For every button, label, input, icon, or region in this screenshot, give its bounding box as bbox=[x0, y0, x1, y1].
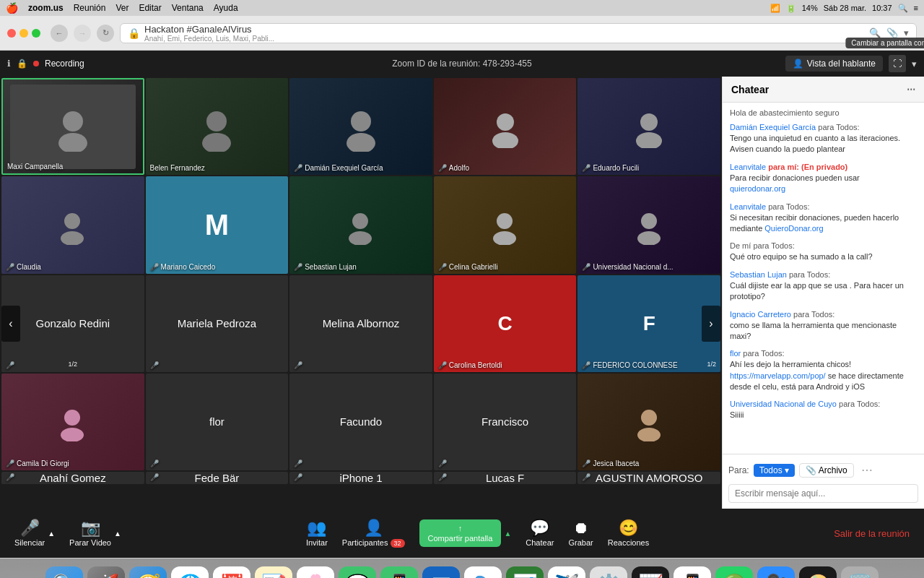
participants-button[interactable]: 👤 Participantes 32 bbox=[342, 520, 405, 547]
menu-ayuda[interactable]: Ayuda bbox=[214, 3, 238, 13]
chat-input[interactable] bbox=[728, 484, 918, 503]
chevron-down-icon[interactable]: ▾ bbox=[912, 59, 917, 69]
participant-cell-5: 🎤 Claudia bbox=[1, 176, 144, 273]
prev-page-button[interactable]: ‹ bbox=[1, 306, 20, 342]
leave-meeting-button[interactable]: Salir de la reunión bbox=[834, 528, 910, 539]
mute-icon-21: 🎤 bbox=[150, 473, 159, 481]
dock-safari[interactable]: 🧭 bbox=[129, 566, 167, 579]
quierodonar2-link[interactable]: QuieroDonar.org bbox=[764, 224, 823, 233]
search-icon[interactable]: 🔍 bbox=[898, 4, 908, 13]
menu-ver[interactable]: Ver bbox=[116, 3, 128, 13]
chat-message-2: Leanvitale para Todos: Si necesitan reci… bbox=[730, 202, 917, 235]
app-name[interactable]: zoom.us bbox=[28, 3, 64, 13]
dock-numbers[interactable]: 📊 bbox=[506, 566, 544, 579]
share-screen-button[interactable]: ↑ Compartir pantalla bbox=[419, 519, 502, 547]
dock-stocks[interactable]: 📈 bbox=[632, 566, 669, 579]
forward-button[interactable]: → bbox=[74, 25, 91, 42]
back-button[interactable]: ← bbox=[51, 25, 68, 42]
to-label: Para: bbox=[728, 465, 749, 475]
maximize-window-button[interactable] bbox=[32, 29, 40, 38]
menu-reunion[interactable]: Reunión bbox=[74, 3, 106, 13]
apple-menu[interactable]: 🍎 bbox=[6, 2, 18, 14]
control-center-icon[interactable]: ≡ bbox=[914, 4, 918, 12]
dock-iphone[interactable]: 📱 bbox=[674, 566, 711, 579]
url-bar[interactable]: 🔒 Hackaton #GanaleAlVirus Anahí, Emi, Fe… bbox=[120, 23, 917, 43]
speaker-view-button[interactable]: 👤 Vista del hablante bbox=[785, 56, 883, 72]
participant-name-23: Lucas F bbox=[486, 472, 524, 484]
mute-icon-17: 🎤 bbox=[294, 460, 302, 467]
reactions-button[interactable]: 😊 Reacciones bbox=[608, 520, 649, 547]
invite-button[interactable]: 👥 Invitar bbox=[306, 520, 328, 547]
chat-more-icon[interactable]: ⋯ bbox=[907, 85, 915, 95]
dock-zoom[interactable]: 🎥 bbox=[757, 566, 795, 579]
participant-name-20: Anahí Gomez bbox=[40, 472, 106, 484]
next-page-button[interactable]: › bbox=[702, 306, 720, 342]
mute-icon-10: 🎤 bbox=[6, 361, 14, 369]
svg-point-10 bbox=[64, 213, 80, 229]
close-window-button[interactable] bbox=[7, 29, 16, 38]
chat-options-button[interactable]: ⋯ bbox=[858, 460, 876, 480]
dock-chrome[interactable]: 🌐 bbox=[171, 566, 209, 579]
dock-launchpad[interactable]: 🚀 bbox=[87, 566, 125, 579]
more-url-icon[interactable]: ▾ bbox=[904, 27, 909, 38]
share-options-caret[interactable]: ▲ bbox=[504, 530, 511, 538]
svg-point-6 bbox=[497, 113, 514, 131]
record-button[interactable]: ⏺ Grabar bbox=[568, 520, 593, 547]
battery-percent: 14% bbox=[802, 4, 818, 12]
menu-bar: 🍎 zoom.us Reunión Ver Editar Ventana Ayu… bbox=[0, 0, 924, 16]
dock-notes[interactable]: 📝 bbox=[255, 566, 292, 579]
share-url-icon[interactable]: 📎 bbox=[886, 27, 898, 38]
stop-video-button[interactable]: 📷 Parar Video bbox=[69, 520, 111, 547]
dock-calendar[interactable]: 📅 bbox=[213, 566, 250, 579]
menu-ventana[interactable]: Ventana bbox=[172, 3, 204, 13]
participant-cell-15: 🎤 Camila Di Giorgi bbox=[1, 374, 144, 470]
participant-name-14: 🎤 FEDERICO COLONNESE bbox=[582, 361, 677, 369]
dock-dvdplayer[interactable]: 📀 bbox=[799, 566, 837, 579]
minimize-window-button[interactable] bbox=[19, 29, 28, 38]
dock-systemprefs[interactable]: ⚙️ bbox=[590, 566, 627, 579]
to-selector-button[interactable]: Todos ▾ bbox=[754, 464, 795, 477]
dock-messages[interactable]: 💬 bbox=[339, 566, 376, 579]
svg-point-0 bbox=[63, 111, 83, 131]
page-indicator-right: 1/2 bbox=[707, 361, 716, 368]
svg-point-4 bbox=[351, 111, 371, 131]
participant-name-12: Melina Albornoz bbox=[323, 317, 400, 329]
participant-cell-9: 🎤 Universidad Nacional d... bbox=[578, 176, 720, 273]
info-icon[interactable]: ℹ bbox=[7, 59, 11, 69]
dock-keynote[interactable]: 💻 bbox=[422, 566, 460, 579]
dock-maps[interactable]: ✈️ bbox=[548, 566, 585, 579]
mute-icon-16: 🎤 bbox=[150, 460, 159, 467]
participant-count-badge: 32 bbox=[391, 539, 405, 548]
video-options-caret[interactable]: ▲ bbox=[114, 530, 121, 538]
dock-whatsapp[interactable]: 🟢 bbox=[715, 566, 753, 579]
zoom-toolbar: 🎤 Silenciar ▲ 📷 Parar Video ▲ 👥 Invitar … bbox=[0, 509, 924, 558]
audio-options-caret[interactable]: ▲ bbox=[48, 530, 55, 538]
participant-cell-14: › F 🎤 FEDERICO COLONNESE 1/2 bbox=[578, 275, 720, 372]
svg-point-16 bbox=[641, 213, 657, 229]
marvel-link[interactable]: https://marvelapp.com/pop/ bbox=[730, 371, 826, 380]
archivo-button[interactable]: 📎 Archivo bbox=[799, 463, 854, 478]
chat-button[interactable]: 💬 Chatear bbox=[526, 520, 554, 547]
chat-message-5: Ignacio Carretero para Todos: como se ll… bbox=[730, 310, 917, 342]
avatar-initial-14: F bbox=[627, 302, 671, 345]
dock-photos[interactable]: 🌸 bbox=[297, 566, 334, 579]
mute-icon-23: 🎤 bbox=[438, 473, 447, 481]
quierodonar-link[interactable]: quierodonar.org bbox=[730, 184, 785, 193]
participant-cell-7: 🎤 Sebastian Lujan bbox=[289, 176, 432, 273]
mute-button[interactable]: 🎤 Silenciar bbox=[14, 520, 45, 547]
dock-preview[interactable]: 🎭 bbox=[464, 566, 502, 579]
menu-editar[interactable]: Editar bbox=[139, 3, 161, 13]
chat-message-6: flor para Todos: Ahí les dejo la herrami… bbox=[730, 349, 917, 392]
dock-facetime[interactable]: 📱 bbox=[380, 566, 418, 579]
participant-cell-21: Fede Bär 🎤 bbox=[146, 472, 289, 484]
participant-name-5: 🎤 Claudia bbox=[6, 263, 41, 271]
refresh-button[interactable]: ↻ bbox=[97, 25, 114, 42]
search-url-icon[interactable]: 🔍 bbox=[869, 27, 881, 38]
fullscreen-button[interactable]: ⛶ bbox=[889, 55, 906, 72]
mute-icon-24: 🎤 bbox=[582, 473, 590, 481]
participant-cell-3: 🎤 Adolfo bbox=[434, 78, 577, 175]
reactions-icon: 😊 bbox=[619, 520, 638, 536]
svg-point-21 bbox=[637, 428, 661, 441]
dock-trash[interactable]: 🗑️ bbox=[841, 566, 879, 579]
dock-finder[interactable]: 🔍 bbox=[45, 566, 83, 579]
